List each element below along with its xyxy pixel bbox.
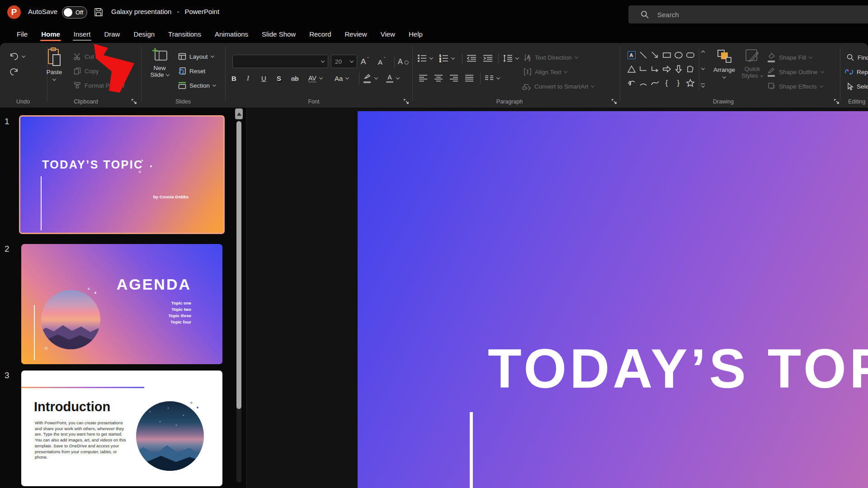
undo-button[interactable] bbox=[9, 50, 25, 63]
redo-button[interactable] bbox=[9, 66, 19, 78]
decrease-indent-button[interactable] bbox=[467, 52, 476, 65]
font-dialog-launcher-icon[interactable] bbox=[403, 98, 409, 104]
tab-draw[interactable]: Draw bbox=[97, 27, 127, 42]
arrange-button[interactable]: Arrange bbox=[711, 48, 738, 79]
shape-elbow-arrow-connector[interactable] bbox=[649, 62, 660, 75]
tab-slide-show[interactable]: Slide Show bbox=[255, 27, 302, 42]
replace-button[interactable]: b c Replace bbox=[844, 66, 868, 78]
layout-button[interactable]: Layout bbox=[178, 50, 214, 63]
font-color-button[interactable]: A bbox=[386, 72, 399, 84]
tab-view[interactable]: View bbox=[374, 27, 402, 42]
slide-title-text[interactable]: TODAY’S TOPIC bbox=[488, 337, 868, 400]
slide-divider-line[interactable] bbox=[470, 412, 473, 488]
tab-help[interactable]: Help bbox=[402, 27, 429, 42]
bullets-button[interactable] bbox=[418, 52, 433, 65]
shape-curve[interactable] bbox=[649, 76, 660, 89]
align-left-button[interactable] bbox=[419, 72, 428, 84]
slide-1-thumbnail[interactable]: TODAY’S TOPIC + by Connie Dobbs bbox=[19, 115, 225, 234]
grow-font-button[interactable]: Aˆ bbox=[361, 56, 369, 68]
save-icon[interactable] bbox=[93, 7, 104, 18]
search-box[interactable]: Search bbox=[628, 5, 868, 23]
gallery-scroll-up-icon[interactable] bbox=[701, 51, 704, 54]
find-button[interactable]: Find bbox=[846, 51, 868, 64]
reset-button[interactable]: Reset bbox=[178, 65, 205, 77]
tab-review[interactable]: Review bbox=[338, 27, 374, 42]
tab-record[interactable]: Record bbox=[302, 27, 338, 42]
drawing-dialog-launcher-icon[interactable] bbox=[834, 98, 840, 104]
tab-transitions[interactable]: Transitions bbox=[161, 27, 208, 42]
tab-home[interactable]: Home bbox=[34, 27, 67, 42]
underline-button[interactable]: U bbox=[261, 72, 275, 84]
align-text-button[interactable]: Align Text bbox=[524, 66, 567, 78]
tab-animations[interactable]: Animations bbox=[208, 27, 255, 42]
grow-font-icon: A bbox=[361, 57, 366, 66]
clear-formatting-button[interactable]: A▢ bbox=[398, 56, 409, 68]
bold-button[interactable]: B bbox=[231, 72, 245, 84]
text-shadow-button[interactable]: S bbox=[277, 72, 290, 84]
shape-textbox[interactable]: A bbox=[626, 48, 637, 61]
undo-icon bbox=[9, 52, 19, 61]
slide-2-thumbnail[interactable]: AGENDA Topic one Topic two Topic three T… bbox=[21, 244, 222, 364]
shape-outline-button[interactable]: Shape Outline bbox=[768, 66, 824, 78]
shape-star[interactable] bbox=[684, 76, 696, 89]
thumbnail-scrollbar-up-button[interactable] bbox=[235, 108, 243, 119]
shape-down-arrow[interactable] bbox=[673, 62, 684, 75]
section-button[interactable]: Section bbox=[178, 79, 216, 92]
shape-outline-icon bbox=[768, 67, 776, 77]
shape-triangle[interactable] bbox=[626, 62, 637, 75]
shape-fill-button[interactable]: Shape Fill bbox=[768, 51, 812, 64]
shape-right-arrow[interactable] bbox=[661, 62, 672, 75]
quick-styles-button[interactable]: Quick Styles bbox=[740, 48, 765, 79]
slide-editor-canvas[interactable]: TODAY’S TOPIC bbox=[246, 108, 868, 488]
text-direction-button[interactable]: A Text Direction bbox=[524, 51, 578, 64]
new-slide-label-2: Slide bbox=[150, 71, 164, 78]
change-case-button[interactable]: Aa bbox=[335, 72, 349, 84]
gallery-scroll-down-icon[interactable] bbox=[701, 66, 704, 70]
align-center-button[interactable] bbox=[434, 72, 443, 84]
format-painter-button[interactable]: Format Painter bbox=[73, 79, 125, 92]
clipboard-dialog-launcher-icon[interactable] bbox=[131, 98, 137, 104]
paragraph-dialog-launcher-icon[interactable] bbox=[611, 98, 617, 104]
justify-button[interactable] bbox=[465, 72, 474, 84]
character-spacing-button[interactable]: AV bbox=[308, 72, 322, 84]
shrink-font-button[interactable]: Aˇ bbox=[378, 56, 386, 68]
text-highlight-button[interactable] bbox=[363, 72, 377, 84]
tab-design[interactable]: Design bbox=[127, 27, 161, 42]
shape-arc[interactable] bbox=[637, 76, 649, 89]
shape-right-brace[interactable]: } bbox=[673, 76, 684, 89]
strikethrough-button[interactable]: ab bbox=[291, 72, 305, 84]
columns-button[interactable] bbox=[485, 72, 500, 84]
font-name-combobox[interactable] bbox=[232, 55, 328, 68]
font-size-combobox[interactable]: 20 bbox=[331, 55, 357, 68]
shape-rounded-rectangle[interactable] bbox=[684, 48, 696, 61]
shape-scribble[interactable] bbox=[626, 76, 637, 89]
slide-3-thumbnail[interactable]: Introduction With PowerPoint, you can cr… bbox=[21, 371, 222, 486]
font-size-value: 20 bbox=[335, 58, 342, 65]
gallery-expand-icon[interactable] bbox=[701, 84, 705, 88]
shape-rectangle[interactable] bbox=[661, 48, 672, 61]
shape-freeform[interactable] bbox=[684, 62, 696, 75]
paste-button[interactable]: Paste bbox=[41, 47, 68, 81]
cut-button[interactable]: Cut bbox=[73, 50, 94, 63]
align-right-button[interactable] bbox=[449, 72, 458, 84]
current-slide[interactable]: TODAY’S TOPIC bbox=[358, 111, 868, 488]
tab-insert[interactable]: Insert bbox=[67, 27, 98, 42]
shape-line[interactable] bbox=[637, 48, 649, 61]
tab-file[interactable]: File bbox=[10, 27, 34, 42]
shape-arrow[interactable] bbox=[649, 48, 660, 61]
thumbnail-scrollbar-thumb[interactable] bbox=[236, 121, 241, 409]
select-button[interactable]: Select bbox=[846, 80, 868, 93]
shape-left-brace[interactable]: { bbox=[661, 76, 672, 89]
line-spacing-button[interactable] bbox=[503, 52, 519, 65]
new-slide-button[interactable]: New Slide bbox=[145, 47, 175, 78]
shape-elbow-connector[interactable] bbox=[637, 62, 649, 75]
convert-smartart-button[interactable]: Convert to SmartArt bbox=[522, 80, 594, 93]
shape-effects-button[interactable]: Shape Effects bbox=[768, 80, 823, 93]
numbering-button[interactable]: 1 2 3 bbox=[439, 52, 454, 65]
shape-oval[interactable] bbox=[673, 48, 684, 61]
increase-indent-button[interactable] bbox=[483, 52, 493, 65]
italic-button[interactable]: I bbox=[247, 72, 260, 84]
copy-button[interactable]: Copy bbox=[73, 65, 117, 77]
powerpoint-logo-icon[interactable]: P bbox=[7, 5, 21, 19]
autosave-toggle[interactable]: Off bbox=[62, 6, 87, 19]
